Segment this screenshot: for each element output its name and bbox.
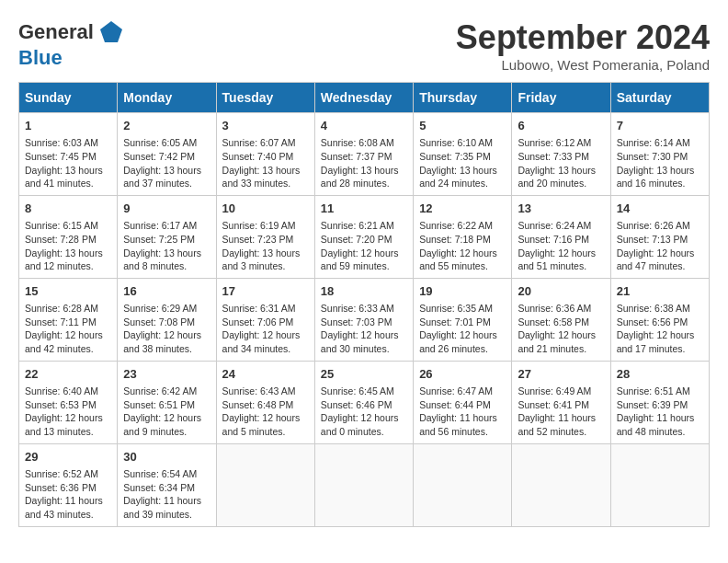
calendar-cell: 9Sunrise: 6:17 AMSunset: 7:25 PMDaylight… xyxy=(118,195,216,278)
day-number: 16 xyxy=(123,283,210,300)
day-info-line: and 30 minutes. xyxy=(321,342,407,356)
calendar-cell: 21Sunrise: 6:38 AMSunset: 6:56 PMDayligh… xyxy=(610,278,709,361)
day-info-line: Sunset: 6:44 PM xyxy=(419,398,506,412)
day-info-line: Sunrise: 6:08 AM xyxy=(321,136,407,150)
calendar-cell: 11Sunrise: 6:21 AMSunset: 7:20 PMDayligh… xyxy=(314,195,413,278)
day-info-line: and 13 minutes. xyxy=(25,425,111,439)
day-info-line: Sunrise: 6:40 AM xyxy=(25,385,111,398)
day-info-line: Sunrise: 6:42 AM xyxy=(123,385,210,398)
day-info-line: Daylight: 13 hours xyxy=(25,247,111,260)
day-info-line: Sunrise: 6:49 AM xyxy=(518,385,604,398)
day-info-line: and 3 minutes. xyxy=(222,259,309,273)
calendar-cell: 22Sunrise: 6:40 AMSunset: 6:53 PMDayligh… xyxy=(19,361,118,443)
logo: General Blue xyxy=(18,18,125,70)
day-info-line: Daylight: 13 hours xyxy=(222,247,309,260)
day-info-line: Sunrise: 6:03 AM xyxy=(25,136,111,150)
day-info-line: Daylight: 11 hours xyxy=(25,494,111,508)
day-number: 7 xyxy=(617,118,703,134)
day-info-line: Daylight: 12 hours xyxy=(123,411,210,425)
day-info-line: Sunrise: 6:17 AM xyxy=(123,219,210,233)
day-info-line: Sunset: 7:11 PM xyxy=(25,316,111,329)
calendar-cell: 24Sunrise: 6:43 AMSunset: 6:48 PMDayligh… xyxy=(216,361,314,443)
page-header: General Blue September 2024 Lubowo, West… xyxy=(18,18,710,73)
day-info-line: Sunrise: 6:05 AM xyxy=(123,136,210,150)
day-info-line: Sunset: 7:18 PM xyxy=(419,233,506,247)
calendar-cell xyxy=(314,443,413,526)
day-info-line: Daylight: 13 hours xyxy=(419,164,506,178)
day-info-line: Daylight: 12 hours xyxy=(617,328,703,342)
day-info-line: Sunrise: 6:33 AM xyxy=(321,302,407,316)
calendar-header-thursday: Thursday xyxy=(414,83,512,113)
day-info-line: Daylight: 12 hours xyxy=(321,328,407,342)
day-info-line: Daylight: 12 hours xyxy=(25,328,111,342)
day-number: 19 xyxy=(419,283,506,300)
day-info-line: and 41 minutes. xyxy=(25,177,111,190)
day-info-line: Sunset: 6:39 PM xyxy=(617,398,703,412)
day-info-line: Daylight: 13 hours xyxy=(321,164,407,178)
calendar-cell: 15Sunrise: 6:28 AMSunset: 7:11 PMDayligh… xyxy=(19,278,118,361)
day-info-line: Sunrise: 6:19 AM xyxy=(222,219,309,233)
day-number: 20 xyxy=(518,283,604,300)
day-info-line: and 9 minutes. xyxy=(123,425,210,439)
day-info-line: Daylight: 12 hours xyxy=(25,411,111,425)
day-info-line: Daylight: 12 hours xyxy=(419,247,506,260)
day-info-line: Daylight: 11 hours xyxy=(617,411,703,425)
day-info-line: Sunset: 7:42 PM xyxy=(123,150,210,164)
day-info-line: Sunset: 6:53 PM xyxy=(25,398,111,412)
calendar-week-row: 8Sunrise: 6:15 AMSunset: 7:28 PMDaylight… xyxy=(19,195,710,278)
day-info-line: Sunset: 7:03 PM xyxy=(321,316,407,329)
day-info-line: Sunrise: 6:12 AM xyxy=(518,136,604,150)
day-number: 9 xyxy=(123,201,210,217)
day-number: 12 xyxy=(419,201,506,217)
calendar-header-tuesday: Tuesday xyxy=(216,83,314,113)
day-number: 17 xyxy=(222,283,309,300)
day-info-line: and 24 minutes. xyxy=(419,177,506,190)
day-info-line: and 16 minutes. xyxy=(617,177,703,190)
day-number: 3 xyxy=(222,118,309,134)
day-info-line: Sunset: 7:28 PM xyxy=(25,233,111,247)
calendar-cell xyxy=(216,443,314,526)
day-info-line: and 21 minutes. xyxy=(518,342,604,356)
day-info-line: and 20 minutes. xyxy=(518,177,604,190)
calendar-cell: 5Sunrise: 6:10 AMSunset: 7:35 PMDaylight… xyxy=(414,113,512,196)
day-info-line: Daylight: 13 hours xyxy=(25,164,111,178)
day-info-line: and 17 minutes. xyxy=(617,342,703,356)
calendar-cell: 29Sunrise: 6:52 AMSunset: 6:36 PMDayligh… xyxy=(19,443,118,526)
day-number: 14 xyxy=(617,201,703,217)
day-info-line: Sunset: 7:30 PM xyxy=(617,150,703,164)
calendar-cell: 16Sunrise: 6:29 AMSunset: 7:08 PMDayligh… xyxy=(118,278,216,361)
calendar-cell: 8Sunrise: 6:15 AMSunset: 7:28 PMDaylight… xyxy=(19,195,118,278)
day-info-line: and 42 minutes. xyxy=(25,342,111,356)
day-info-line: and 0 minutes. xyxy=(321,425,407,439)
calendar-cell: 4Sunrise: 6:08 AMSunset: 7:37 PMDaylight… xyxy=(314,113,413,196)
day-number: 13 xyxy=(518,201,604,217)
calendar-cell: 13Sunrise: 6:24 AMSunset: 7:16 PMDayligh… xyxy=(512,195,610,278)
day-info-line: and 52 minutes. xyxy=(518,425,604,439)
day-number: 2 xyxy=(123,118,210,134)
day-info-line: Sunrise: 6:36 AM xyxy=(518,302,604,316)
day-info-line: Sunset: 7:37 PM xyxy=(321,150,407,164)
day-info-line: and 28 minutes. xyxy=(321,177,407,190)
logo-icon xyxy=(97,18,125,46)
day-info-line: Sunset: 7:25 PM xyxy=(123,233,210,247)
calendar-cell xyxy=(512,443,610,526)
calendar-header-row: SundayMondayTuesdayWednesdayThursdayFrid… xyxy=(19,83,710,113)
calendar-header-monday: Monday xyxy=(118,83,216,113)
calendar-cell: 1Sunrise: 6:03 AMSunset: 7:45 PMDaylight… xyxy=(19,113,118,196)
day-info-line: Daylight: 13 hours xyxy=(518,164,604,178)
day-number: 26 xyxy=(419,366,506,383)
day-number: 28 xyxy=(617,366,703,383)
day-info-line: Sunset: 6:34 PM xyxy=(123,481,210,495)
calendar-cell: 17Sunrise: 6:31 AMSunset: 7:06 PMDayligh… xyxy=(216,278,314,361)
calendar-cell: 7Sunrise: 6:14 AMSunset: 7:30 PMDaylight… xyxy=(610,113,709,196)
day-info-line: Sunset: 7:40 PM xyxy=(222,150,309,164)
day-info-line: and 56 minutes. xyxy=(419,425,506,439)
day-info-line: Sunset: 7:06 PM xyxy=(222,316,309,329)
calendar-cell: 19Sunrise: 6:35 AMSunset: 7:01 PMDayligh… xyxy=(414,278,512,361)
day-number: 24 xyxy=(222,366,309,383)
day-info-line: Sunrise: 6:14 AM xyxy=(617,136,703,150)
day-info-line: Sunrise: 6:10 AM xyxy=(419,136,506,150)
day-info-line: and 39 minutes. xyxy=(123,508,210,522)
calendar-cell: 14Sunrise: 6:26 AMSunset: 7:13 PMDayligh… xyxy=(610,195,709,278)
day-info-line: Sunrise: 6:51 AM xyxy=(617,385,703,398)
